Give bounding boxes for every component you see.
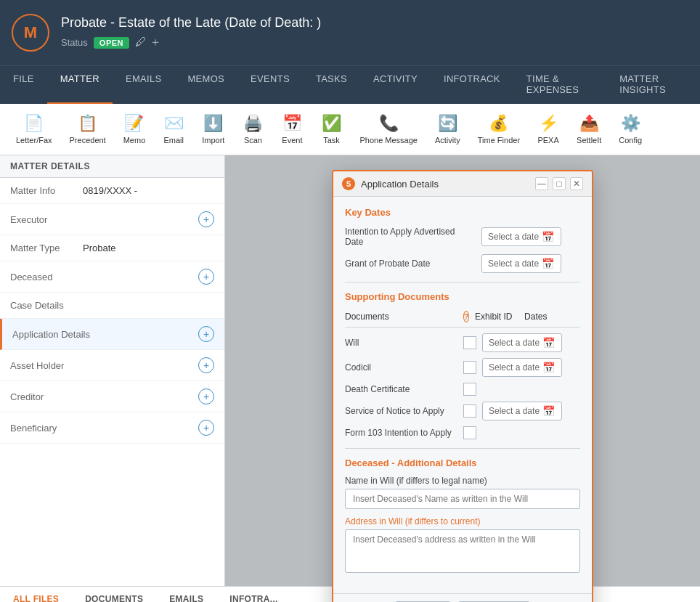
scan-icon: 🖨️: [243, 114, 263, 133]
toolbar-precedent[interactable]: 📋 Precedent: [62, 110, 113, 149]
codicil-date-picker[interactable]: Select a date 📅: [482, 358, 562, 377]
supporting-docs-section-title: Supporting Documents: [345, 291, 580, 302]
executor-add-button[interactable]: +: [198, 211, 214, 227]
deceased-section-title: Deceased - Additional Details: [345, 457, 580, 468]
service-notice-date-picker[interactable]: Select a date 📅: [482, 402, 562, 420]
doc-will-label: Will: [345, 338, 457, 348]
tab-infotra[interactable]: INFOTRA...: [216, 588, 290, 603]
help-icon[interactable]: ?: [463, 311, 469, 322]
modal-controls: — □ ✕: [535, 177, 583, 190]
header-icons: 🖊 ＋: [135, 35, 161, 50]
toolbar-import[interactable]: ⬇️ Import: [195, 110, 232, 149]
grant-date-picker[interactable]: Select a date 📅: [481, 254, 561, 273]
nav-matter[interactable]: MATTER: [47, 66, 113, 104]
tab-all-files[interactable]: ALL FILES: [0, 588, 72, 603]
toolbar-scan[interactable]: 🖨️ Scan: [235, 110, 271, 149]
intention-date-text: Select a date: [488, 232, 539, 242]
modal-minimize-button[interactable]: —: [535, 177, 548, 190]
creditor-add-button[interactable]: +: [198, 389, 214, 404]
toolbar-task-label: Task: [323, 136, 340, 145]
import-icon: ⬇️: [203, 114, 223, 133]
col-exhibit-label: Exhibit ID: [475, 312, 518, 322]
doc-row-service-notice: Service of Notice to Apply Select a date…: [345, 402, 580, 420]
sidebar-label-deceased: Deceased: [10, 272, 76, 282]
codicil-date-text: Select a date: [489, 362, 540, 373]
phone-icon: 📞: [379, 114, 399, 133]
application-details-add-button[interactable]: +: [198, 326, 214, 342]
task-icon: ✅: [322, 114, 341, 133]
intention-calendar-icon: 📅: [542, 231, 554, 243]
toolbar-settleit[interactable]: 📤 SettleIt: [569, 110, 609, 149]
sidebar: MATTER DETAILS Matter Info 0819/XXXX - E…: [0, 155, 225, 586]
nav-file[interactable]: FILE: [0, 66, 47, 104]
toolbar-email[interactable]: ✉️ Email: [155, 110, 192, 149]
toolbar-pexa[interactable]: ⚡ PEXA: [530, 110, 566, 149]
precedent-icon: 📋: [78, 114, 97, 133]
deceased-add-button[interactable]: +: [198, 269, 214, 285]
nav-activity[interactable]: ACTIVITY: [360, 66, 431, 104]
death-cert-exhibit-checkbox[interactable]: [463, 383, 476, 396]
status-badge: OPEN: [94, 37, 129, 49]
beneficiary-add-button[interactable]: +: [198, 420, 214, 436]
tab-emails[interactable]: EMAILS: [156, 588, 216, 603]
sidebar-row-application-details[interactable]: Application Details +: [0, 319, 224, 350]
toolbar-phone-label: Phone Message: [359, 136, 418, 145]
pexa-icon: ⚡: [539, 114, 558, 133]
toolbar-activity-label: Activity: [435, 136, 460, 145]
toolbar-time-finder-label: Time Finder: [478, 136, 520, 145]
name-in-will-label: Name in Will (if differs to legal name): [345, 476, 580, 486]
nav-matter-insights[interactable]: MATTER INSIGHTS: [606, 66, 700, 104]
sidebar-row-executor: Executor +: [0, 204, 224, 235]
nav-tasks[interactable]: TASKS: [303, 66, 360, 104]
address-in-will-label: Address in Will (if differs to current): [345, 516, 580, 526]
col-documents-label: Documents: [345, 312, 457, 322]
service-notice-calendar-icon: 📅: [542, 405, 555, 417]
nav-memos[interactable]: MEMOS: [174, 66, 237, 104]
will-date-picker[interactable]: Select a date 📅: [482, 333, 562, 352]
toolbar-phone-message[interactable]: 📞 Phone Message: [352, 110, 425, 149]
sidebar-value-matter-type: Probate: [83, 243, 214, 253]
toolbar-scan-label: Scan: [244, 136, 262, 145]
email-icon: ✉️: [164, 114, 184, 133]
main-content: MATTER DETAILS Matter Info 0819/XXXX - E…: [0, 155, 700, 586]
nav-emails[interactable]: EMAILS: [113, 66, 174, 104]
doc-row-form103: Form 103 Intention to Apply: [345, 426, 580, 439]
form103-exhibit-checkbox[interactable]: [463, 426, 476, 439]
sidebar-label-application-details: Application Details: [12, 329, 90, 340]
intention-date-picker[interactable]: Select a date 📅: [481, 227, 561, 246]
intention-date-label: Intention to Apply Advertised Date: [345, 227, 476, 247]
toolbar-precedent-label: Precedent: [70, 136, 106, 145]
key-dates-section-title: Key Dates: [345, 207, 580, 218]
nav-infotrack[interactable]: INFOTRACK: [431, 66, 513, 104]
toolbar-config[interactable]: ⚙️ Config: [611, 110, 649, 149]
name-in-will-input[interactable]: [345, 489, 580, 509]
codicil-exhibit-checkbox[interactable]: [463, 361, 476, 374]
toolbar-event-label: Event: [282, 136, 302, 145]
service-notice-date-text: Select a date: [489, 406, 540, 416]
modal-footer: OK CANCEL: [333, 593, 592, 602]
toolbar-event[interactable]: 📅 Event: [274, 110, 310, 149]
nav-events[interactable]: EVENTS: [237, 66, 303, 104]
address-in-will-input[interactable]: [345, 529, 580, 573]
settleit-icon: 📤: [579, 114, 599, 133]
col-dates-label: Dates: [524, 312, 592, 322]
nav-time-expenses[interactable]: TIME & EXPENSES: [513, 66, 606, 104]
modal-close-button[interactable]: ✕: [570, 177, 583, 190]
will-exhibit-checkbox[interactable]: [463, 336, 476, 349]
modal-maximize-button[interactable]: □: [553, 177, 566, 190]
toolbar-letter-fax[interactable]: 📄 Letter/Fax: [9, 110, 60, 149]
toolbar-config-label: Config: [619, 136, 642, 145]
service-notice-exhibit-checkbox[interactable]: [463, 404, 476, 418]
tab-documents[interactable]: DOCUMENTS: [72, 588, 156, 603]
sidebar-row-deceased: Deceased +: [0, 261, 224, 293]
toolbar-time-finder[interactable]: 💰 Time Finder: [471, 110, 527, 149]
toolbar-task[interactable]: ✅ Task: [313, 110, 349, 149]
app-logo: M: [12, 14, 49, 52]
asset-holder-add-button[interactable]: +: [198, 357, 214, 373]
toolbar-settleit-label: SettleIt: [577, 136, 601, 145]
status-area: Status OPEN 🖊 ＋: [61, 35, 321, 50]
toolbar-activity[interactable]: 🔄 Activity: [428, 110, 468, 149]
app-header: M Probate - Estate of the Late (Date of …: [0, 0, 700, 65]
sidebar-label-matter-info: Matter Info: [10, 185, 76, 196]
toolbar-memo[interactable]: 📝 Memo: [116, 110, 153, 149]
